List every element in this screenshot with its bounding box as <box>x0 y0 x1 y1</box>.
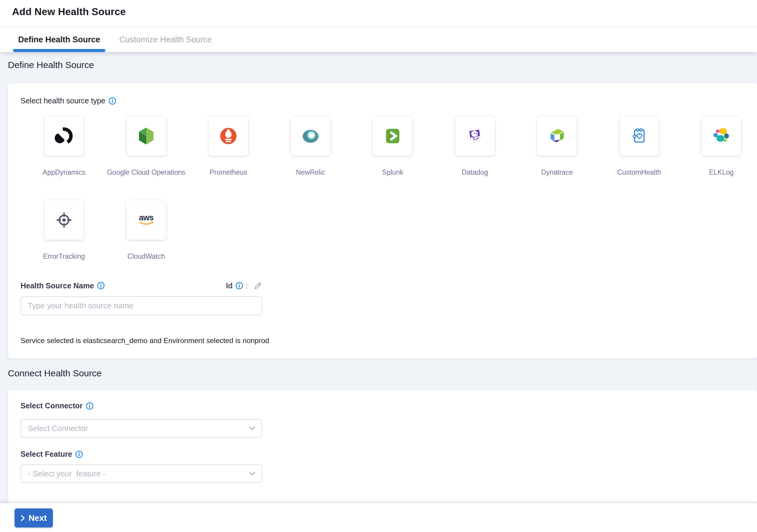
source-cell-splunk: Splunk <box>373 116 412 201</box>
datadog-icon <box>464 125 486 147</box>
source-tile-newrelic[interactable] <box>291 116 330 156</box>
source-tile-splunk[interactable] <box>373 116 412 156</box>
source-tile-elklog[interactable] <box>702 116 741 156</box>
source-cell-customhealth: CustomHealth <box>620 116 659 201</box>
health-source-type-grid: AppDynamics Google Cloud Operations <box>45 116 748 284</box>
elklog-icon <box>711 125 732 147</box>
tab-define-label: Define Health Source <box>18 35 100 45</box>
footer-bar: Next <box>0 503 757 532</box>
tab-bar: Define Health Source Customize Health So… <box>0 27 757 52</box>
connector-select[interactable]: Select Connector <box>20 419 262 438</box>
source-tile-customhealth[interactable] <box>620 116 659 156</box>
next-button-label: Next <box>28 513 47 523</box>
newrelic-icon <box>300 125 321 147</box>
source-label: CloudWatch <box>128 252 165 261</box>
id-label: Id <box>226 281 232 290</box>
source-cell-google-cloud-operations: Google Cloud Operations <box>127 116 166 201</box>
source-cell-appdynamics: AppDynamics <box>45 116 84 201</box>
source-tile-errortracking[interactable] <box>45 201 84 240</box>
tab-define-health-source[interactable]: Define Health Source <box>13 27 106 52</box>
define-section-heading: Define Health Source <box>8 60 94 70</box>
source-tile-prometheus[interactable] <box>209 116 248 156</box>
page-title: Add New Health Source <box>12 6 126 17</box>
source-cell-datadog: Datadog <box>455 116 495 201</box>
define-health-source-card: Select health source type AppDynamics <box>8 83 757 358</box>
edit-id-pencil-icon[interactable] <box>253 281 262 290</box>
source-label: ErrorTracking <box>43 252 85 261</box>
source-cell-dynatrace: Dynatrace <box>537 116 577 201</box>
source-label: Prometheus <box>210 168 247 176</box>
tab-customize-health-source[interactable]: Customize Health Source <box>114 27 217 52</box>
google-cloud-operations-icon <box>135 125 157 147</box>
connect-health-source-card: Select Connector Select Connector Select… <box>8 390 757 503</box>
source-cell-cloudwatch: aws CloudWatch <box>127 201 166 284</box>
errortracking-icon <box>53 209 75 231</box>
feature-select[interactable]: - Select your feature - <box>20 464 262 483</box>
source-tile-appdynamics[interactable] <box>45 116 84 156</box>
dynatrace-icon <box>546 125 568 147</box>
id-group: Id : <box>226 281 262 290</box>
cloudwatch-aws-icon: aws <box>135 209 157 231</box>
source-label: Datadog <box>462 168 488 176</box>
chevron-down-icon <box>249 426 256 430</box>
add-health-source-page: Add New Health Source Define Health Sour… <box>0 0 757 532</box>
source-tile-datadog[interactable] <box>455 116 495 156</box>
source-tile-dynatrace[interactable] <box>537 116 577 156</box>
select-feature-label-row: Select Feature <box>20 450 83 458</box>
source-cell-elklog: ELKLog <box>702 116 741 201</box>
page-header: Add New Health Source <box>0 0 757 27</box>
source-label: AppDynamics <box>43 168 85 176</box>
source-tile-google-cloud-operations[interactable] <box>127 116 166 156</box>
source-label: Splunk <box>382 168 403 176</box>
svg-text:aws: aws <box>139 213 153 222</box>
connector-select-placeholder: Select Connector <box>28 424 88 433</box>
source-tile-cloudwatch[interactable]: aws <box>127 201 166 240</box>
select-connector-label-row: Select Connector <box>20 401 94 410</box>
source-cell-errortracking: ErrorTracking <box>45 201 84 284</box>
select-feature-label: Select Feature <box>20 450 72 458</box>
active-tab-underline <box>13 49 106 52</box>
chevron-right-icon <box>20 515 25 522</box>
info-icon[interactable] <box>235 282 243 290</box>
connect-section-heading: Connect Health Source <box>8 368 102 378</box>
tab-customize-label: Customize Health Source <box>119 35 212 45</box>
customhealth-icon <box>628 125 650 147</box>
select-type-label: Select health source type <box>20 96 106 105</box>
health-source-name-label: Health Source Name <box>20 281 94 290</box>
splunk-icon <box>382 125 404 147</box>
info-icon[interactable] <box>75 451 83 458</box>
next-button[interactable]: Next <box>15 509 53 527</box>
source-cell-newrelic: NewRelic <box>291 116 330 201</box>
feature-select-placeholder: - Select your feature - <box>28 469 106 479</box>
source-label: ELKLog <box>709 168 734 176</box>
health-source-name-input[interactable] <box>20 296 262 315</box>
prometheus-icon <box>218 125 239 147</box>
appdynamics-icon <box>53 125 75 147</box>
id-colon: : <box>246 281 248 290</box>
chevron-down-icon <box>249 472 256 476</box>
info-icon[interactable] <box>86 402 94 410</box>
source-cell-prometheus: Prometheus <box>209 116 248 201</box>
source-label: NewRelic <box>296 168 325 176</box>
service-environment-note: Service selected is elasticsearch_demo a… <box>20 336 269 345</box>
info-icon[interactable] <box>97 282 105 290</box>
source-label: Google Cloud Operations <box>107 168 186 176</box>
name-id-row: Health Source Name Id : <box>20 281 262 290</box>
info-icon[interactable] <box>108 97 116 105</box>
select-type-label-row: Select health source type <box>20 96 116 105</box>
select-connector-label: Select Connector <box>20 401 83 410</box>
health-source-name-label-row: Health Source Name <box>20 281 105 290</box>
source-label: Dynatrace <box>541 168 573 176</box>
source-label: CustomHealth <box>617 168 661 176</box>
